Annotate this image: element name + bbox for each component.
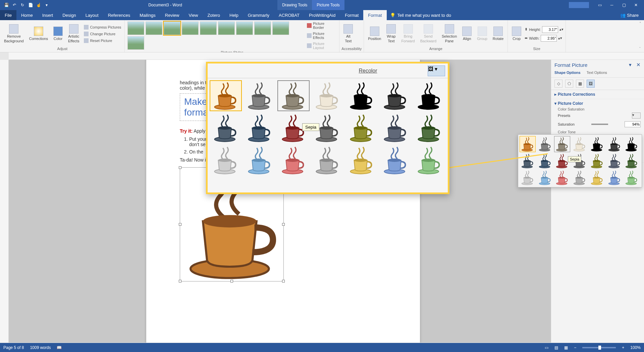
- width-input[interactable]: [541, 35, 557, 42]
- picture-style-thumb[interactable]: [127, 36, 144, 50]
- tab-grammarly[interactable]: Grammarly: [243, 10, 274, 20]
- save-icon[interactable]: 💾: [3, 1, 10, 9]
- picture-style-thumb[interactable]: [272, 21, 289, 35]
- width-spinner[interactable]: ▴▾: [558, 36, 562, 40]
- picture-style-thumb[interactable]: [200, 21, 217, 35]
- tab-prowritingaid[interactable]: ProWritingAid: [304, 10, 340, 20]
- resize-handle[interactable]: [179, 223, 181, 226]
- recolor-option-small[interactable]: [624, 170, 640, 186]
- height-input[interactable]: [542, 26, 558, 33]
- recolor-option-small[interactable]: [606, 136, 623, 152]
- recolor-option[interactable]: [244, 113, 276, 143]
- resize-handle[interactable]: [282, 223, 285, 226]
- picture-style-thumb[interactable]: [182, 21, 199, 35]
- recolor-option[interactable]: [379, 80, 412, 111]
- rotate-button[interactable]: Rotate: [491, 25, 505, 42]
- recolor-option[interactable]: [379, 113, 412, 143]
- recolor-option-small[interactable]: [589, 170, 605, 186]
- close-icon[interactable]: ✕: [631, 1, 641, 9]
- recolor-option[interactable]: [413, 145, 445, 176]
- recolor-option-small[interactable]: [624, 136, 640, 152]
- align-button[interactable]: Align: [460, 25, 474, 42]
- recolor-option-small[interactable]: [572, 170, 588, 186]
- picture-color-toggle[interactable]: ▾ Picture Color: [554, 101, 641, 106]
- share-button[interactable]: 👥 Share: [615, 13, 644, 18]
- recolor-option[interactable]: [210, 145, 242, 176]
- recolor-option[interactable]: [277, 80, 310, 111]
- picture-style-thumb[interactable]: [127, 21, 144, 35]
- horizontal-ruler[interactable]: [9, 52, 644, 60]
- tell-me-search[interactable]: 💡 Tell me what you want to do: [390, 13, 451, 18]
- recolor-popup-preset-button[interactable]: 🖼 ▾: [428, 65, 445, 76]
- page-status[interactable]: Page 5 of 8: [3, 345, 24, 350]
- tab-acrobat[interactable]: ACROBAT: [274, 10, 304, 20]
- resize-handle[interactable]: [179, 280, 181, 282]
- crop-button[interactable]: Crop: [510, 25, 523, 42]
- print-layout-icon[interactable]: ▤: [554, 345, 558, 350]
- minimize-icon[interactable]: ─: [606, 1, 617, 9]
- picture-style-thumb[interactable]: [218, 21, 235, 35]
- recolor-option[interactable]: [311, 145, 343, 176]
- recolor-option[interactable]: [210, 113, 242, 143]
- resize-handle[interactable]: [282, 280, 285, 282]
- recolor-option[interactable]: [244, 145, 276, 176]
- tab-zotero[interactable]: Zotero: [203, 10, 225, 20]
- height-spinner[interactable]: ▴▾: [559, 27, 564, 32]
- redo-icon[interactable]: ↻: [19, 1, 26, 9]
- reset-picture-button[interactable]: Reset Picture: [83, 38, 122, 44]
- tab-layout[interactable]: Layout: [81, 10, 103, 20]
- tab-help[interactable]: Help: [225, 10, 243, 20]
- shape-options-tab[interactable]: Shape Options: [554, 71, 581, 75]
- picture-style-thumb[interactable]: [164, 21, 180, 35]
- saturation-slider[interactable]: [591, 124, 608, 125]
- change-picture-button[interactable]: Change Picture: [83, 31, 122, 37]
- saturation-input[interactable]: [625, 121, 641, 127]
- alt-text-button[interactable]: Alt Text: [341, 23, 355, 44]
- recolor-option-small[interactable]: [554, 170, 570, 186]
- tab-design[interactable]: Design: [58, 10, 80, 20]
- remove-background-button[interactable]: Remove Background: [2, 23, 26, 44]
- touch-icon[interactable]: ☝: [35, 1, 42, 9]
- tab-format-drawing[interactable]: Format: [340, 10, 363, 20]
- selection-pane-button[interactable]: Selection Pane: [440, 23, 459, 44]
- text-options-tab[interactable]: Text Options: [587, 71, 607, 75]
- resize-handle[interactable]: [179, 166, 181, 169]
- compress-pictures-button[interactable]: Compress Pictures: [83, 24, 122, 30]
- pane-close-icon[interactable]: ✕: [636, 62, 641, 68]
- recolor-option-small[interactable]: [554, 136, 570, 152]
- recolor-option-small[interactable]: [589, 136, 605, 152]
- recolor-option[interactable]: [244, 80, 276, 111]
- fill-line-icon[interactable]: ◇: [554, 80, 562, 88]
- spellcheck-icon[interactable]: 📖: [57, 345, 62, 350]
- recolor-option-small[interactable]: [589, 153, 605, 169]
- recolor-option[interactable]: [311, 80, 343, 111]
- recolor-option[interactable]: [345, 113, 378, 143]
- picture-style-thumb[interactable]: [254, 21, 271, 35]
- recolor-option[interactable]: [345, 145, 378, 176]
- recolor-option-small[interactable]: [537, 136, 553, 152]
- pane-dropdown-icon[interactable]: ▾: [629, 62, 632, 68]
- tab-file[interactable]: File: [0, 10, 16, 20]
- tab-format-picture[interactable]: Format: [363, 10, 386, 20]
- corrections-button[interactable]: Corrections: [27, 25, 50, 42]
- wrap-text-button[interactable]: Wrap Text: [384, 23, 398, 44]
- recolor-option-small[interactable]: [520, 170, 536, 186]
- recolor-option-small[interactable]: [606, 170, 623, 186]
- web-layout-icon[interactable]: ▦: [564, 345, 568, 350]
- picture-corrections-toggle[interactable]: ▸ Picture Corrections: [554, 92, 641, 97]
- picture-icon[interactable]: 🖼: [587, 80, 595, 88]
- tab-mailings[interactable]: Mailings: [135, 10, 160, 20]
- tab-view[interactable]: View: [184, 10, 203, 20]
- user-account[interactable]: [569, 2, 589, 8]
- recolor-option[interactable]: [345, 80, 378, 111]
- recolor-option[interactable]: [413, 80, 445, 111]
- read-mode-icon[interactable]: ▭: [545, 345, 548, 350]
- ribbon-options-icon[interactable]: ▭: [594, 1, 605, 9]
- zoom-out-icon[interactable]: −: [574, 345, 576, 350]
- picture-border-button[interactable]: Picture Border: [306, 21, 337, 30]
- tab-home[interactable]: Home: [16, 10, 38, 20]
- saturation-presets-button[interactable]: ▾: [632, 113, 641, 119]
- picture-style-thumb[interactable]: [236, 21, 253, 35]
- vertical-ruler[interactable]: [0, 60, 9, 343]
- recolor-option-small[interactable]: [572, 136, 588, 152]
